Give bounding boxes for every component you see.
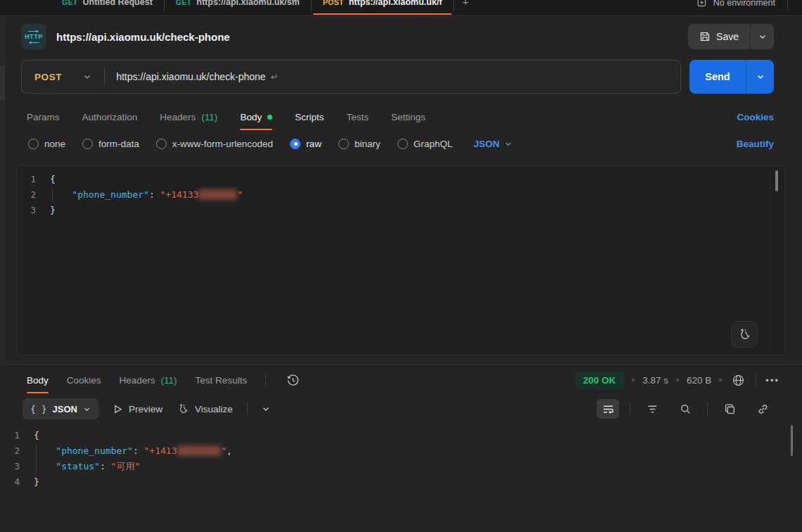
code-token: : — [149, 189, 160, 200]
response-toolbar: { } JSON Preview Visualize — [0, 395, 802, 422]
method-selector[interactable]: POST — [22, 72, 104, 82]
code-content: "phone_number": "+141330000000" — [50, 187, 243, 203]
tab-scripts[interactable]: Scripts — [295, 102, 324, 132]
globe-icon[interactable] — [730, 370, 746, 390]
tab-params[interactable]: Params — [27, 102, 60, 132]
tab-label: Settings — [391, 112, 426, 122]
code-token: "status" — [56, 461, 100, 471]
tab-title: https://api.xiaomu.uk/sm — [196, 0, 300, 7]
indent-guide — [36, 459, 37, 474]
workspace-tab[interactable]: GETUntitled Request — [51, 0, 164, 10]
copy-icon[interactable] — [718, 399, 741, 419]
save-button[interactable]: Save — [688, 24, 750, 49]
code-token: } — [50, 205, 56, 215]
response-scrollbar[interactable] — [791, 425, 793, 456]
divider — [707, 402, 708, 416]
search-icon[interactable] — [674, 399, 696, 419]
workspace-tab[interactable]: GEThttps://api.xiaomu.uk/sm — [165, 0, 311, 10]
response-time[interactable]: 3.87 s — [642, 375, 668, 386]
tab-method-label: GET — [176, 0, 192, 6]
send-button[interactable]: Send — [689, 60, 746, 94]
line-number: 4 — [1, 474, 34, 490]
more-actions-button[interactable]: ••• — [765, 375, 779, 386]
tab-method-label: POST — [323, 0, 344, 6]
code-content: "status": "可用" — [34, 459, 140, 474]
filter-icon[interactable] — [641, 399, 663, 419]
tab-settings[interactable]: Settings — [391, 102, 426, 132]
response-tab-cookies[interactable]: Cookies — [67, 365, 101, 395]
body-mode-raw[interactable]: raw — [290, 139, 322, 149]
cookies-link[interactable]: Cookies — [737, 112, 774, 122]
tab-title: https://api.xiaomu.uk/f — [349, 0, 443, 7]
response-tab-headers[interactable]: Headers(11) — [120, 365, 177, 395]
code-token: : — [100, 461, 111, 471]
divider — [630, 402, 630, 416]
radio-button — [290, 139, 300, 149]
language-selector[interactable]: JSON — [473, 139, 512, 149]
chevron-down-icon — [758, 32, 767, 41]
sidebar-scroll-nub[interactable] — [0, 66, 5, 100]
chevron-down-icon — [504, 140, 512, 148]
body-mode-none[interactable]: none — [28, 139, 65, 149]
body-mode-x-www-form-urlencoded[interactable]: x-www-form-urlencoded — [156, 139, 273, 149]
sidebar-edge — [0, 17, 5, 366]
preview-button[interactable]: Preview — [113, 404, 163, 414]
response-size[interactable]: 620 B — [687, 375, 711, 386]
line-number: 1 — [1, 428, 34, 443]
code-content: } — [34, 474, 39, 490]
body-mode-graphql[interactable]: GraphQL — [397, 139, 453, 149]
code-token: "phone_number" — [56, 445, 133, 456]
save-label: Save — [716, 31, 739, 42]
dot-separator — [719, 379, 722, 381]
save-options-button[interactable] — [750, 24, 774, 49]
divider — [787, 0, 788, 11]
tab-label: Headers — [120, 375, 155, 386]
chevron-down-icon — [756, 72, 765, 81]
tab-body[interactable]: Body — [240, 102, 272, 132]
history-icon[interactable] — [284, 370, 301, 390]
response-tabs: BodyCookiesHeaders(11)Test Results 200 O… — [0, 365, 802, 395]
tab-authorization[interactable]: Authorization — [82, 102, 138, 132]
response-format-selector[interactable]: { } JSON — [23, 398, 98, 419]
radio-button — [397, 139, 408, 149]
play-icon — [113, 404, 123, 414]
workspace-tab[interactable]: POSThttps://api.xiaomu.uk/f — [312, 0, 453, 10]
radio-button — [28, 139, 39, 149]
tab-count: (11) — [201, 112, 217, 122]
environment-selector[interactable]: No environment — [713, 0, 775, 8]
response-tab-test-results[interactable]: Test Results — [196, 365, 248, 395]
response-tab-body[interactable]: Body — [27, 365, 49, 395]
code-content: } — [50, 203, 56, 218]
code-token: { — [50, 174, 56, 184]
mode-label: none — [44, 139, 65, 149]
url-input[interactable]: https://api.xiaomu.uk/check-phone ↵ — [116, 71, 680, 82]
status-badge[interactable]: 200 OK — [575, 372, 625, 389]
editor-scrollbar[interactable] — [775, 170, 778, 191]
body-mode-form-data[interactable]: form-data — [82, 139, 139, 149]
postbot-button[interactable] — [731, 321, 758, 348]
new-tab-button[interactable]: + — [454, 0, 477, 8]
toolbar-more-chevron[interactable] — [262, 405, 270, 413]
body-mode-binary[interactable]: binary — [338, 139, 381, 149]
line-number: 2 — [18, 187, 50, 203]
tab-label: Test Results — [196, 375, 248, 386]
code-token: , — [227, 445, 232, 456]
tab-label: Body — [240, 112, 262, 122]
redacted-text: 00000000 — [177, 445, 222, 456]
wrap-text-button[interactable] — [597, 399, 619, 419]
code-token: "phone_number" — [72, 189, 149, 200]
send-options-button[interactable] — [746, 60, 774, 94]
code-token: "+14133 — [160, 189, 199, 200]
request-tabs: ParamsAuthorizationHeaders(11)BodyScript… — [0, 102, 802, 132]
workspace-tab-bar: GETUntitled RequestGEThttps://api.xiaomu… — [0, 0, 802, 16]
line-number: 3 — [18, 203, 50, 218]
tab-headers[interactable]: Headers(11) — [160, 102, 217, 132]
request-body-editor[interactable]: 1{2 "phone_number": "+141330000000"3} — [17, 165, 785, 355]
tab-label: Scripts — [295, 112, 324, 122]
link-icon[interactable] — [751, 399, 774, 419]
response-body-viewer[interactable]: 1{2 "phone_number": "+141300000000",3 "s… — [0, 422, 802, 532]
tab-tests[interactable]: Tests — [346, 102, 369, 132]
visualize-button[interactable]: Visualize — [177, 403, 233, 415]
tab-method-label: GET — [62, 0, 78, 6]
beautify-link[interactable]: Beautify — [737, 139, 774, 149]
